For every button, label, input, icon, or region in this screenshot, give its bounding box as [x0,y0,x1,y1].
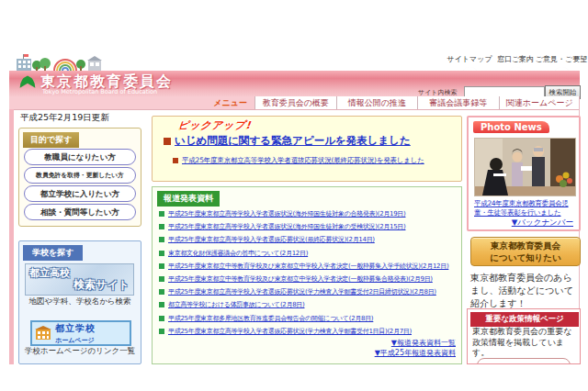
green-bullet-icon [159,289,164,295]
mascot-illustration-icon [17,52,108,72]
tokyo-ginkgo-logo-icon [18,73,37,92]
policy-info-box: 重要な政策情報ページ 東京都教育委員会の重要な政策情報を掲載しています。 [467,308,581,364]
photo-news-box: Photo News 平成24年度東京都教育委員会児童・生徒等表彰を行いました … [467,116,581,231]
homepage-caption: 学校ホームページのリンク一覧 [23,346,137,356]
press-link[interactable]: 平成25年度東京都立中等教育学校及び東京都立中学校入学者決定(一般枠募集入学手続… [168,262,448,271]
pickup-main-link[interactable]: いじめ問題に関する緊急アピールを発表しました [175,134,411,147]
green-bullet-icon [159,302,164,307]
banner-line1: 都立高校 [29,266,70,280]
press-list: 平成25年度東京都立高等学校入学者選抜状況(海外帰国生徒対象の合格発表)(2月1… [159,207,457,338]
press-item: 平成25年度東京都立高等学校入学者選抜状況(海外帰国生徒対象の合格発表)(2月1… [159,207,457,220]
green-bullet-icon [159,276,164,282]
press-item: 平成25年度東京都立高等学校入学者選抜状況(海外帰国生徒対象の受検状況)(2月1… [159,220,457,233]
press-item: 平成25年度東京都多摩地区教育推進委員会報告会の開催について(2月8日) [159,312,457,325]
press-link[interactable]: 平成25年度東京都立中等教育学校及び東京都立中学校入学者決定(一般枠募集合格発表… [168,274,433,284]
press-link[interactable]: 平成25年度東京都立高等学校入学者選抜応募状況(学力検査入学願書受付1日目)(2… [168,327,412,336]
button-become-teacher[interactable]: 教職員になりたい方 [24,149,136,165]
press-link[interactable]: 平成25年度東京都多摩地区教育推進委員会報告会の開催について(2月8日) [168,314,373,323]
policy-box-text: 東京都教育委員会の重要な政策情報を掲載しています。 [472,327,575,359]
green-bullet-icon [159,224,164,229]
information-label: 窓口ご案内 [497,54,534,64]
press-item: 東京都文化財保護審議会の答申について(2月12日) [159,247,457,260]
purpose-box-title: 目的で探す [23,132,79,148]
pickup-box: ピックアップ! いじめ問題に関する緊急アピールを発表しました 平成25年度東京都… [152,116,462,182]
left-decorative-strip [9,109,14,364]
site-subtitle: Tokyo Metropolitan Board of Education [42,88,157,95]
feedback-label: ご意見・ご要望 [536,54,587,64]
green-bullet-icon [159,263,164,269]
banner-line2: 検索サイト [74,277,130,293]
green-bullet-icon [159,316,164,321]
purpose-search-box: 目的で探す 教職員になりたい方 教員免許を取得・更新したい方 都立学校に入りたい… [18,128,141,227]
pickup-main-item: いじめ問題に関する緊急アピールを発表しました [164,134,411,148]
about-button-line1: 東京都教育委員会 [471,240,580,251]
photo-back-number-link[interactable]: ▼バックナンバー [512,218,573,229]
press-item: 平成25年度東京都立中等教育学校及び東京都立中学校入学者決定(一般枠募集入学手続… [159,260,457,273]
press-link[interactable]: 平成25年度東京都立高等学校入学者選抜状況(海外帰国生徒対象の受検状況)(2月1… [168,222,405,231]
press-link[interactable]: 都立高等学校における体罰事故について(2月8日) [168,300,304,309]
press-link[interactable]: 東京都文化財保護審議会の答申について(2月12日) [168,249,308,258]
pickup-badge: ピックアップ! [177,118,252,132]
button-enter-school[interactable]: 都立学校に入りたい方 [24,185,136,202]
press-item: 都立高等学校における体罰事故について(2月8日) [159,298,457,311]
homepage-button-line1: 都立学校 [55,323,96,333]
press-link[interactable]: 平成25年度東京都立高等学校入学者選抜状況(海外帰国生徒対象の合格発表)(2月1… [168,209,405,218]
press-box-title: 報道発表資料 [157,191,220,207]
banner-caption: 地図や学科、学校名から検索 [23,296,137,307]
about-board-text: 東京都教育委員会のあらまし、活動などについて紹介します！ [470,272,579,310]
school-building-icon [35,326,51,341]
square-bullet-icon [164,138,171,145]
policy-partial-button[interactable] [477,358,571,364]
press-list-all-link[interactable]: ▼報道発表資料一覧 [391,338,456,348]
nav-tab-disclosure[interactable]: 情報公開の推進 [336,96,418,109]
photo-news-title: Photo News [473,121,549,133]
green-bullet-icon [159,237,164,242]
metro-highschool-search-banner[interactable]: 都立高校 検索サイト [25,263,134,296]
school-homepage-button[interactable]: 都立学校 ホームページ [30,320,131,346]
pickup-sub-item: 平成25年度東京都立高等学校入学者選抜応募状況(最終応募状況)を発表しました [173,156,424,165]
button-consultation[interactable]: 相談・質問等したい方 [24,204,136,220]
press-link[interactable]: 平成25年度東京都立高等学校入学者選抜応募状況(最終応募状況)(2月14日) [168,235,375,244]
press-item: 平成25年度東京都立高等学校入学者選抜応募状況(最終応募状況)(2月14日) [159,233,457,246]
button-teacher-license[interactable]: 教員免許を取得・更新したい方 [24,167,136,184]
updated-date: 平成25年2月19日更新 [20,112,109,124]
school-box-title: 学校を探す [23,245,83,261]
press-item: 平成25年度東京都立中等教育学校及び東京都立中学校入学者決定(一般枠募集合格発表… [159,273,457,285]
policy-box-title: 重要な政策情報ページ [470,312,579,327]
green-bullet-icon [159,329,164,334]
press-release-box: 報道発表資料 平成25年度東京都立高等学校入学者選抜状況(海外帰国生徒対象の合格… [152,186,462,364]
square-bullet-icon [173,158,178,163]
main-navigation: メニュー 教育委員会の概要 情報公開の推進 審議会議事録等 関連ホームページ [9,96,580,110]
nav-tab-overview[interactable]: 教育委員会の概要 [254,96,336,109]
school-search-box: 学校を探す 都立高校 検索サイト 地図や学科、学校名から検索 都立学校 ホームペ… [18,240,141,364]
green-bullet-icon [159,251,164,256]
nav-menu-label[interactable]: メニュー [9,96,254,109]
nav-tab-minutes[interactable]: 審議会議事録等 [417,96,499,109]
photo-news-caption[interactable]: 平成24年度東京都教育委員会児童・生徒等表彰を行いました [474,199,575,217]
sitemap-label: サイトマップ [447,54,492,64]
about-button-line2: について知りたい [471,251,580,263]
homepage-button-line2: ホームページ [55,337,95,344]
pickup-sub-link[interactable]: 平成25年度東京都立高等学校入学者選抜応募状況(最終応募状況)を発表しました [182,156,424,164]
press-item: 平成25年度東京都立高等学校入学者選抜応募状況(学力検査入学願書受付2日目締切状… [159,285,457,298]
press-item: 平成25年度東京都立高等学校入学者選抜応募状況(学力検査入学願書受付1日目)(2… [159,325,457,338]
about-board-button[interactable]: 東京都教育委員会 について知りたい [470,237,581,266]
green-bullet-icon [159,211,164,217]
nav-tab-related[interactable]: 関連ホームページ [499,96,581,109]
press-link[interactable]: 平成25年度東京都立高等学校入学者選抜応募状況(学力検査入学願書受付2日目締切状… [168,287,436,296]
press-h25-link[interactable]: ▼平成25年報道発表資料 [375,348,456,358]
page: サイトマップ 窓口ご案内 ご意見・ご要望 東京都教育委員会 Tokyo Metr… [0,0,588,391]
photo-news-image[interactable] [474,138,576,196]
